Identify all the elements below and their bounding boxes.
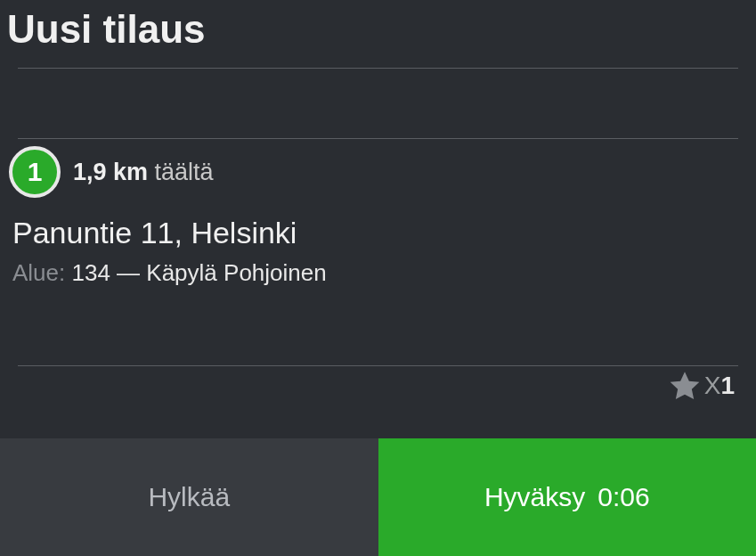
order-number: 1 <box>28 157 43 187</box>
header: Uusi tilaus <box>0 0 756 68</box>
accept-label: Hyväksy <box>484 482 585 512</box>
rating-row: X1 <box>0 366 756 404</box>
area-value: 134 — Käpylä Pohjoinen <box>65 259 326 286</box>
spacer <box>0 287 756 365</box>
area-line: Alue: 134 — Käpylä Pohjoinen <box>12 259 744 287</box>
reject-label: Hylkää <box>148 482 230 512</box>
distance-text: 1,9 km täältä <box>73 159 214 186</box>
accept-button[interactable]: Hyväksy 0:06 <box>378 438 757 556</box>
reject-button[interactable]: Hylkää <box>0 438 378 556</box>
distance-value: 1,9 km <box>73 159 148 185</box>
order-number-badge: 1 <box>9 146 61 198</box>
multiplier-prefix: X <box>704 372 721 399</box>
accept-timer: 0:06 <box>597 482 649 512</box>
action-bar: Hylkää Hyväksy 0:06 <box>0 438 756 556</box>
area-label: Alue: <box>12 259 65 286</box>
address-block: Panuntie 11, Helsinki Alue: 134 — Käpylä… <box>0 198 756 287</box>
address-line: Panuntie 11, Helsinki <box>12 216 744 250</box>
page-title: Uusi tilaus <box>7 7 749 52</box>
star-icon <box>667 368 703 404</box>
spacer <box>0 69 756 138</box>
multiplier-value: 1 <box>720 372 735 399</box>
multiplier: X1 <box>704 372 735 400</box>
distance-suffix: täältä <box>148 159 214 185</box>
distance-row: 1 1,9 km täältä <box>0 139 756 198</box>
